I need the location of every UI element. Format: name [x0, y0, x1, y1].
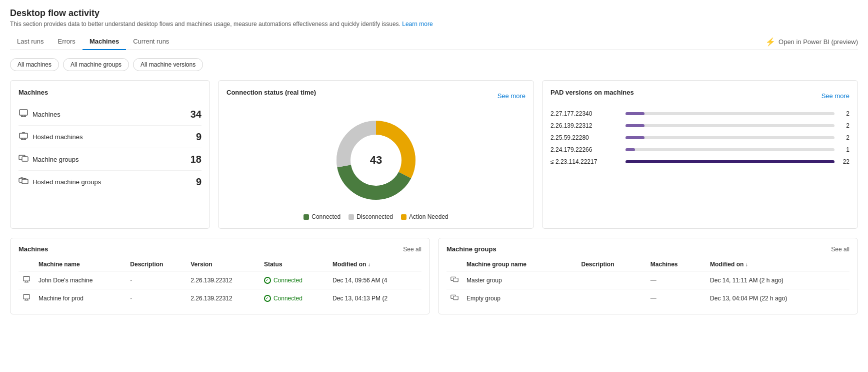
groups-table-header: Machine groups See all: [446, 245, 850, 253]
group-machines-1: —: [646, 289, 706, 307]
svg-rect-28: [454, 296, 458, 300]
pad-bar-4: [626, 160, 834, 163]
filter-all-machine-groups[interactable]: All machine groups: [63, 58, 129, 71]
donut-legend: Connected Disconnected Action Needed: [304, 213, 448, 220]
group-name-1: Empty group: [462, 289, 577, 307]
machines-label: Machines: [32, 111, 190, 118]
col-group-modified[interactable]: Modified on ↓: [706, 258, 850, 271]
pad-count-4: 22: [840, 158, 850, 165]
col-group-desc[interactable]: Description: [577, 258, 646, 271]
connected-dot: [304, 214, 309, 220]
learn-more-link[interactable]: Learn more: [402, 21, 432, 28]
svg-rect-17: [24, 276, 30, 281]
col-machine-icon-header: [18, 258, 34, 271]
pad-version-row-1: 2.26.139.22312 2: [550, 122, 850, 129]
col-group-name[interactable]: Machine group name: [462, 258, 577, 271]
svg-rect-9: [22, 157, 28, 161]
sort-icon: ↓: [368, 262, 370, 267]
svg-rect-4: [20, 133, 28, 138]
group-sort-icon: ↓: [746, 262, 748, 267]
machine-modified-1: Dec 13, 04:13 PM (2: [328, 289, 422, 307]
row-icon-1: [18, 289, 34, 307]
tab-machines[interactable]: Machines: [82, 34, 126, 50]
filter-all-machine-versions[interactable]: All machine versions: [133, 58, 203, 71]
group-machines-0: —: [646, 271, 706, 289]
row-icon-0: [18, 271, 34, 289]
machine-version-1: 2.26.139.22312: [186, 289, 260, 307]
col-machine-version[interactable]: Version: [186, 258, 260, 271]
connection-see-more-link[interactable]: See more: [498, 92, 526, 100]
machine-row-machines: Machines 34: [18, 103, 202, 126]
machine-name-0: John Doe's machine: [34, 271, 126, 289]
machine-groups-label: Machine groups: [32, 156, 190, 163]
machines-summary-card: Machines Machines 34 Hosted machines 9 M…: [10, 80, 210, 229]
col-machine-status[interactable]: Status: [260, 258, 328, 271]
donut-chart: 43: [331, 115, 421, 205]
groups-see-all[interactable]: See all: [831, 246, 850, 253]
svg-rect-26: [454, 278, 458, 282]
page-subtitle: This section provides data to better und…: [10, 21, 858, 28]
connection-status-card: Connection status (real time) See more: [218, 80, 534, 229]
pad-bar-0: [626, 112, 644, 115]
machine-version-0: 2.26.139.22312: [186, 271, 260, 289]
col-group-machines[interactable]: Machines: [646, 258, 706, 271]
legend-action-needed: Action Needed: [401, 213, 448, 220]
action-needed-dot: [401, 214, 406, 220]
cards-row: Machines Machines 34 Hosted machines 9 M…: [10, 80, 858, 229]
pad-versions-card: PAD versions on machines See more 2.27.1…: [542, 80, 858, 229]
disconnected-label: Disconnected: [356, 213, 393, 220]
groups-table-title: Machine groups: [446, 245, 496, 253]
tables-row: Machines See all Machine name Descriptio…: [10, 238, 858, 314]
pad-bar-wrap-0: [626, 112, 834, 115]
group-name-0: Master group: [462, 271, 577, 289]
machines-see-all[interactable]: See all: [403, 246, 422, 253]
pad-count-1: 2: [840, 122, 850, 129]
pad-card-title: PAD versions on machines: [550, 89, 634, 96]
pad-bar-2: [626, 136, 644, 139]
machine-row-groups: Machine groups 18: [18, 148, 202, 171]
col-machine-desc[interactable]: Description: [126, 258, 186, 271]
svg-rect-0: [20, 110, 28, 115]
pad-version-label-4: ≤ 2.23.114.22217: [550, 158, 620, 165]
machines-card-title: Machines: [18, 89, 202, 96]
pad-version-row-3: 2.24.179.22266 1: [550, 146, 850, 153]
machines-count: 34: [190, 109, 202, 120]
groups-table-card: Machine groups See all Machine group nam…: [438, 238, 858, 314]
machine-row-hosted-groups: Hosted machine groups 9: [18, 171, 202, 193]
col-machine-modified[interactable]: Modified on ↓: [328, 258, 422, 271]
pad-bar-1: [626, 124, 644, 127]
pad-see-more-link[interactable]: See more: [822, 92, 850, 100]
col-machine-name[interactable]: Machine name: [34, 258, 126, 271]
machine-desc-1: -: [126, 289, 186, 307]
col-group-icon-header: [446, 258, 462, 271]
legend-disconnected: Disconnected: [348, 213, 393, 220]
svg-rect-21: [24, 294, 30, 299]
group-row-icon-0: [446, 271, 462, 289]
svg-rect-11: [22, 179, 28, 184]
machine-modified-0: Dec 14, 09:56 AM (4: [328, 271, 422, 289]
tabs-bar: Last runs Errors Machines Current runs ⚡…: [10, 34, 858, 50]
pad-bar-3: [626, 148, 635, 151]
table-row: Machine for prod - 2.26.139.22312 Connec…: [18, 289, 422, 307]
hosted-machine-groups-label: Hosted machine groups: [32, 178, 196, 186]
table-row: Empty group — Dec 13, 04:04 PM (22 h ago…: [446, 289, 850, 307]
disconnected-dot: [348, 214, 354, 220]
tab-current-runs[interactable]: Current runs: [126, 34, 176, 50]
cloud-group-icon: [18, 176, 32, 188]
legend-connected: Connected: [304, 213, 340, 220]
pad-count-3: 1: [840, 146, 850, 153]
power-bi-button[interactable]: ⚡ Open in Power BI (preview): [766, 37, 858, 47]
filter-bar: All machines All machine groups All mach…: [10, 58, 858, 71]
tab-last-runs[interactable]: Last runs: [10, 34, 50, 50]
machine-groups-count: 18: [190, 154, 202, 165]
donut-chart-container: 43 Connected Disconnected Action Needed: [226, 110, 526, 220]
desktop-group-icon: [18, 153, 32, 165]
pad-version-row-4: ≤ 2.23.114.22217 22: [550, 158, 850, 165]
tab-errors[interactable]: Errors: [50, 34, 82, 50]
donut-total: 43: [370, 154, 382, 167]
pad-version-row-0: 2.27.177.22340 2: [550, 110, 850, 117]
filter-all-machines[interactable]: All machines: [10, 58, 59, 71]
status-icon-0: [264, 277, 271, 284]
group-modified-1: Dec 13, 04:04 PM (22 h ago): [706, 289, 850, 307]
connection-card-title: Connection status (real time): [226, 89, 316, 96]
